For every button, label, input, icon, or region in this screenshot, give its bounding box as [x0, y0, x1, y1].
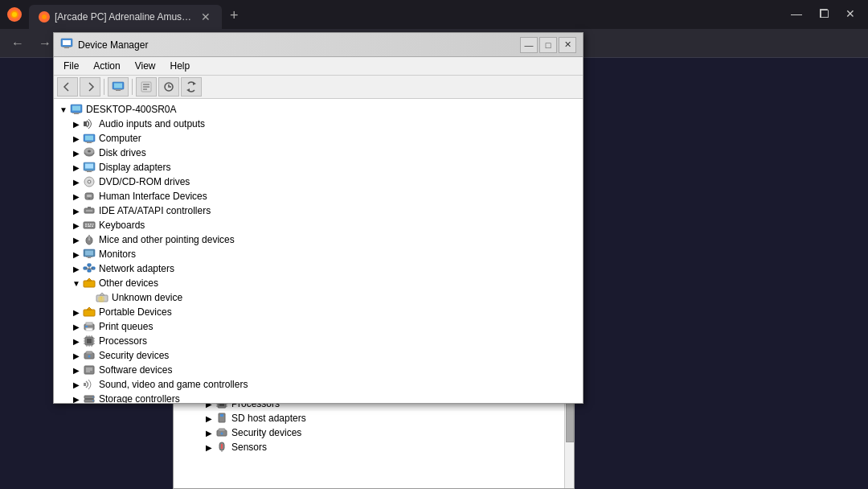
tree-label-computer: Computer	[99, 133, 141, 144]
svg-rect-81	[87, 339, 92, 343]
tree-item-root[interactable]: ▼ DESKTOP-400SR0A	[54, 102, 583, 117]
tab-close-btn[interactable]: ✕	[199, 9, 212, 25]
tree-toggle-unknown	[83, 291, 96, 304]
tree-label-print: Print queues	[99, 321, 153, 332]
tree-item-ide[interactable]: ▶ IDE ATA/ATAPI controllers	[54, 203, 583, 218]
dm-minimize-btn[interactable]: —	[520, 37, 538, 53]
tree-icon-monitors	[83, 248, 96, 261]
tree-item-network[interactable]: ▶ Network adapters	[54, 261, 583, 276]
dm2-tree-item-sd[interactable]: ▶ SD host adapters	[174, 411, 574, 425]
dm-menu-view[interactable]: View	[129, 59, 162, 73]
browser-close-btn[interactable]: ✕	[839, 6, 862, 22]
tree-item-security[interactable]: ▶ Security devices	[54, 348, 583, 363]
svg-rect-35	[85, 171, 93, 171]
tree-item-keyboards[interactable]: ▶ Keyboards	[54, 218, 583, 232]
tree-toggle-root[interactable]: ▼	[57, 103, 70, 116]
dm-update-btn[interactable]	[158, 77, 179, 97]
dm-maximize-btn[interactable]: □	[539, 37, 557, 53]
tree-label-audio: Audio inputs and outputs	[99, 118, 205, 129]
svg-rect-74	[84, 310, 95, 316]
svg-point-96	[88, 355, 91, 358]
tree-item-portable[interactable]: ▶ Portable Devices	[54, 305, 583, 319]
device-manager-titlebar[interactable]: Device Manager — □ ✕	[54, 33, 583, 57]
tree-toggle-disk[interactable]: ▶	[70, 146, 83, 159]
dm2-toggle-sd[interactable]: ▶	[203, 412, 215, 425]
svg-point-104	[92, 397, 94, 398]
tree-toggle-hid[interactable]: ▶	[70, 190, 83, 203]
device-manager-tree[interactable]: ▼ DESKTOP-400SR0A ▶	[54, 99, 583, 403]
tree-icon-sound	[83, 378, 96, 391]
tree-icon-other	[83, 277, 96, 290]
tree-toggle-keyboards[interactable]: ▶	[70, 219, 83, 232]
tab-favicon	[39, 11, 50, 23]
svg-rect-46	[85, 224, 87, 225]
tree-toggle-ide[interactable]: ▶	[70, 204, 83, 217]
tree-item-disk[interactable]: ▶ Disk drives	[54, 146, 583, 160]
svg-point-122	[221, 433, 223, 435]
tab-title: [Arcade PC] Adrenaline Amuse...	[55, 11, 194, 23]
back-button[interactable]: ←	[6, 35, 29, 52]
tree-item-other[interactable]: ▼ Other devices	[54, 276, 583, 290]
dm-properties-btn[interactable]	[136, 77, 157, 97]
svg-rect-48	[90, 224, 92, 225]
dm2-tree-item-sensors[interactable]: ▶ Sensors	[174, 440, 574, 454]
tree-toggle-audio[interactable]: ▶	[70, 117, 83, 130]
dm-refresh-btn[interactable]	[181, 77, 202, 97]
tree-label-network: Network adapters	[99, 263, 174, 274]
browser-maximize-btn[interactable]: ⧠	[812, 6, 836, 22]
tree-icon-security	[83, 349, 96, 362]
tree-icon-disk	[83, 146, 96, 159]
tree-item-dvd[interactable]: ▶ DVD/CD-ROM drives	[54, 175, 583, 189]
svg-rect-28	[85, 142, 93, 142]
tree-toggle-network[interactable]: ▶	[70, 262, 83, 275]
tree-item-audio[interactable]: ▶ Audio inputs and outputs	[54, 117, 583, 131]
tree-icon-dvd	[83, 175, 96, 188]
tree-item-print[interactable]: ▶ Print queues	[54, 319, 583, 334]
tree-item-processors[interactable]: ▶	[54, 334, 583, 348]
dm2-toggle-sensors[interactable]: ▶	[203, 441, 215, 454]
tree-toggle-dvd[interactable]: ▶	[70, 175, 83, 188]
dm-menu-action[interactable]: Action	[87, 59, 126, 73]
dm2-tree-item-security[interactable]: ▶ Security devices	[174, 425, 574, 440]
tree-item-hid[interactable]: ▶ Human Interface Devices	[54, 189, 583, 203]
tree-item-unknown[interactable]: ! Unknown device	[54, 290, 583, 305]
dm-back-btn[interactable]	[57, 77, 78, 97]
tree-toggle-portable[interactable]: ▶	[70, 306, 83, 318]
tree-item-software[interactable]: ▶ Software devices	[54, 363, 583, 377]
dm2-scrollbar[interactable]	[564, 393, 574, 488]
tree-toggle-other[interactable]: ▼	[70, 277, 83, 290]
svg-rect-68	[84, 281, 95, 287]
dm-menu-file[interactable]: File	[57, 59, 85, 73]
svg-rect-101	[84, 383, 86, 386]
tree-item-monitors[interactable]: ▶ Monitors	[54, 247, 583, 261]
tree-toggle-mice[interactable]: ▶	[70, 233, 83, 246]
tree-toggle-print[interactable]: ▶	[70, 320, 83, 333]
tree-item-storage[interactable]: ▶ Storage controllers	[54, 392, 583, 403]
tree-icon-root	[70, 103, 83, 116]
tree-toggle-sound[interactable]: ▶	[70, 378, 83, 391]
dm2-toggle-security[interactable]: ▶	[203, 426, 215, 439]
tree-item-sound[interactable]: ▶ Sound, video and game controllers	[54, 377, 583, 392]
tree-item-mice[interactable]: ▶ Mice and other pointing devices	[54, 232, 583, 247]
device-manager-title: Device Manager	[78, 39, 520, 51]
new-tab-button[interactable]: +	[225, 7, 244, 24]
tree-toggle-software[interactable]: ▶	[70, 364, 83, 376]
tree-toggle-display[interactable]: ▶	[70, 161, 83, 174]
active-tab[interactable]: [Arcade PC] Adrenaline Amuse... ✕	[29, 5, 222, 29]
svg-rect-40	[87, 195, 92, 197]
dm-close-btn[interactable]: ✕	[559, 37, 576, 53]
tree-icon-network	[83, 262, 96, 275]
svg-rect-8	[63, 47, 71, 47]
tree-toggle-processors[interactable]: ▶	[70, 335, 83, 347]
tree-item-computer[interactable]: ▶ Computer	[54, 131, 583, 146]
svg-rect-6	[63, 40, 71, 45]
dm-menu-help[interactable]: Help	[164, 59, 197, 73]
tree-toggle-security[interactable]: ▶	[70, 349, 83, 362]
tree-item-display[interactable]: ▶ Display adapters	[54, 160, 583, 175]
dm-forward-btn[interactable]	[80, 77, 100, 97]
dm-computer-btn[interactable]	[108, 77, 129, 97]
browser-minimize-btn[interactable]: —	[784, 6, 809, 22]
tree-toggle-storage[interactable]: ▶	[70, 392, 83, 403]
tree-toggle-monitors[interactable]: ▶	[70, 248, 83, 261]
tree-toggle-computer[interactable]: ▶	[70, 132, 83, 145]
